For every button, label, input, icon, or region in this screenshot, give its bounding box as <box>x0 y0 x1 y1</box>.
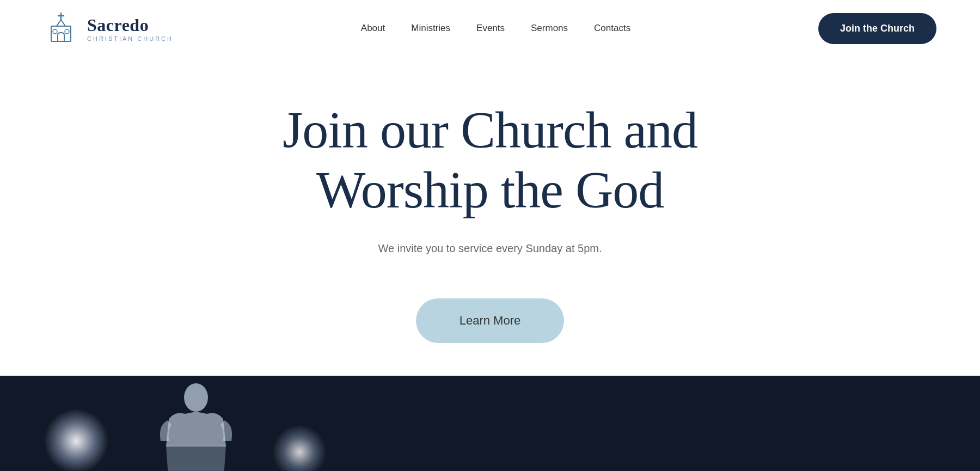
person-silhouette <box>120 376 272 471</box>
main-nav: About Ministries Events Sermons Contacts <box>361 23 630 34</box>
hero-title: Join our Church and Worship the God <box>283 100 697 221</box>
hero-section: Join our Church and Worship the God We i… <box>0 57 980 376</box>
church-icon <box>44 11 78 46</box>
learn-more-button[interactable]: Learn More <box>416 298 565 343</box>
nav-ministries[interactable]: Ministries <box>411 23 450 34</box>
nav-about[interactable]: About <box>361 23 385 34</box>
svg-marker-2 <box>57 20 65 26</box>
nav-events[interactable]: Events <box>476 23 505 34</box>
hero-title-line1: Join our Church and <box>283 101 697 159</box>
svg-rect-5 <box>65 29 69 34</box>
hero-subtitle: We invite you to service every Sunday at… <box>378 242 602 255</box>
svg-rect-4 <box>53 29 57 34</box>
nav-contacts[interactable]: Contacts <box>594 23 630 34</box>
learn-more-wrapper: Learn More <box>416 298 565 343</box>
join-church-button[interactable]: Join the Church <box>818 13 936 44</box>
hero-title-line2: Worship the God <box>316 161 664 219</box>
site-header: Sacredo CHRISTIAN CHURCH About Ministrie… <box>0 0 980 57</box>
nav-sermons[interactable]: Sermons <box>531 23 568 34</box>
logo-text: Sacredo CHRISTIAN CHURCH <box>87 15 173 42</box>
logo-area: Sacredo CHRISTIAN CHURCH <box>44 11 173 46</box>
logo-name: Sacredo <box>87 15 173 35</box>
light-glow-left <box>44 408 109 471</box>
svg-point-6 <box>184 383 208 412</box>
logo-subtitle: CHRISTIAN CHURCH <box>87 35 173 42</box>
bottom-image-area <box>0 376 980 471</box>
